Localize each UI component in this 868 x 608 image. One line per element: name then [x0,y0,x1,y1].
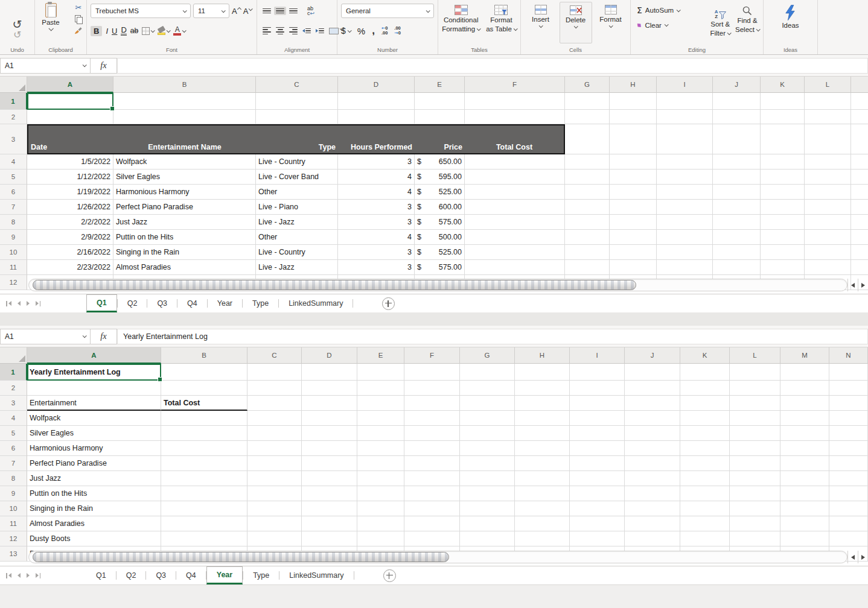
cell-B11[interactable] [161,516,247,531]
cell-A8[interactable]: Just Jazz [27,471,161,486]
sheet-tab-Q1[interactable]: Q1 [86,566,116,584]
cell-E3[interactable]: Price [415,124,465,154]
cell-D8[interactable] [302,471,357,486]
cell-K7[interactable] [680,456,730,471]
cell-M11[interactable] [780,516,829,531]
row-header-9[interactable]: 9 [0,230,27,245]
column-header-B[interactable]: B [161,347,247,364]
cell-E5[interactable]: $595.00 [415,169,465,185]
cell-A12[interactable]: Dusty Boots [27,531,161,546]
cell-H4[interactable] [515,411,570,426]
cell-J9[interactable] [713,230,761,245]
scrollbar-thumb-top[interactable] [33,280,636,290]
cell-A6[interactable]: Harmonious Harmony [27,441,161,456]
bold-button[interactable]: B [91,26,102,36]
cell-H4[interactable] [610,154,657,169]
cell-H12[interactable] [515,531,570,546]
cell-L8[interactable] [730,471,780,486]
percent-format-button[interactable]: % [357,26,365,36]
cell-D3[interactable] [302,396,357,411]
cell-J2[interactable] [625,381,680,396]
cell-N4[interactable] [829,411,868,426]
cell-A7[interactable]: 1/26/2022 [27,200,113,215]
cell-D11[interactable]: 3 [338,260,415,275]
cell-F4[interactable] [404,411,460,426]
cell-L4[interactable] [730,411,780,426]
scroll-right-button-top[interactable] [858,279,868,291]
cell-J9[interactable] [625,486,680,501]
cell-I9[interactable] [570,486,625,501]
previous-sheet-button-bottom[interactable] [18,573,21,578]
row-header-4[interactable]: 4 [0,154,27,169]
cell-N2[interactable] [829,381,868,396]
cell-K3[interactable] [761,124,805,154]
cell-I4[interactable] [570,411,625,426]
cell-K2[interactable] [761,110,805,124]
cell-E10[interactable] [357,501,404,516]
cell-L11[interactable] [730,516,780,531]
cut-icon[interactable]: ✂ [75,4,82,11]
cell-J4[interactable] [625,411,680,426]
align-middle-button[interactable] [274,7,286,16]
clear-button[interactable]: ◆ Clear [637,21,680,29]
align-center-button[interactable] [274,25,286,36]
italic-button[interactable]: I [106,27,108,36]
cell-L12[interactable] [730,531,780,546]
cell-K11[interactable] [680,516,730,531]
decrease-font-size-button[interactable]: A [243,7,252,16]
cell-D10[interactable]: 3 [338,245,415,260]
cell-E6[interactable]: $525.00 [415,185,465,200]
cell-J1[interactable] [713,93,761,110]
cell-A3[interactable]: Entertainment [27,396,161,411]
cell-D6[interactable] [302,441,357,456]
cell-B4[interactable]: Wolfpack [113,154,256,169]
cell-G2[interactable] [460,381,515,396]
sheet-tab-Q4[interactable]: Q4 [177,294,207,312]
cell-G10[interactable] [460,501,515,516]
cell-L3[interactable] [805,124,851,154]
cell-I7[interactable] [657,200,713,215]
column-header-K[interactable]: K [680,347,730,364]
sheet-tab-Q1[interactable]: Q1 [86,294,117,312]
cell-L6[interactable] [730,441,780,456]
find-select-button[interactable]: Find & Select [735,3,759,37]
format-painter-icon[interactable] [74,27,83,34]
cell-K12[interactable] [680,531,730,546]
cell-A4[interactable]: 1/5/2022 [27,154,113,169]
cell-C1[interactable] [247,364,302,381]
ideas-button[interactable]: Ideas [782,2,799,43]
cell-M10[interactable] [780,501,829,516]
cell-C6[interactable]: Other [256,185,338,200]
cell-L8[interactable] [805,215,851,230]
cell-H2[interactable] [610,110,657,124]
cell-E9[interactable] [357,486,404,501]
cell-J4[interactable] [713,154,761,169]
cell-M5[interactable] [780,426,829,441]
decrease-decimal-button[interactable]: .00 →0 [394,26,400,36]
name-box-top[interactable]: A1 [0,58,91,74]
cell-I2[interactable] [570,381,625,396]
column-header-H[interactable]: H [515,347,570,364]
cell-C5[interactable]: Live - Cover Band [256,169,338,185]
cell-C3[interactable]: Type [256,124,338,154]
font-color-button[interactable]: A [173,27,185,36]
row-header-3[interactable]: 3 [0,396,27,411]
increase-decimal-button[interactable]: ←0 .00 [381,26,388,36]
cell-I9[interactable] [657,230,713,245]
cell-K3[interactable] [680,396,730,411]
cell-L10[interactable] [730,501,780,516]
cell-J8[interactable] [625,471,680,486]
sheet-tab-LinkedSummary[interactable]: LinkedSummary [279,566,353,584]
cell-C5[interactable] [247,426,302,441]
cell-G1[interactable] [565,93,610,110]
cell-C2[interactable] [247,381,302,396]
cell-G12[interactable] [460,531,515,546]
cell-H5[interactable] [515,426,570,441]
cell-N7[interactable] [829,456,868,471]
cell-D9[interactable]: 4 [338,230,415,245]
cell-G9[interactable] [460,486,515,501]
sheet-tab-Type[interactable]: Type [243,566,279,584]
cell-E3[interactable] [357,396,404,411]
column-header-B[interactable]: B [113,77,256,93]
cell-C10[interactable] [247,501,302,516]
